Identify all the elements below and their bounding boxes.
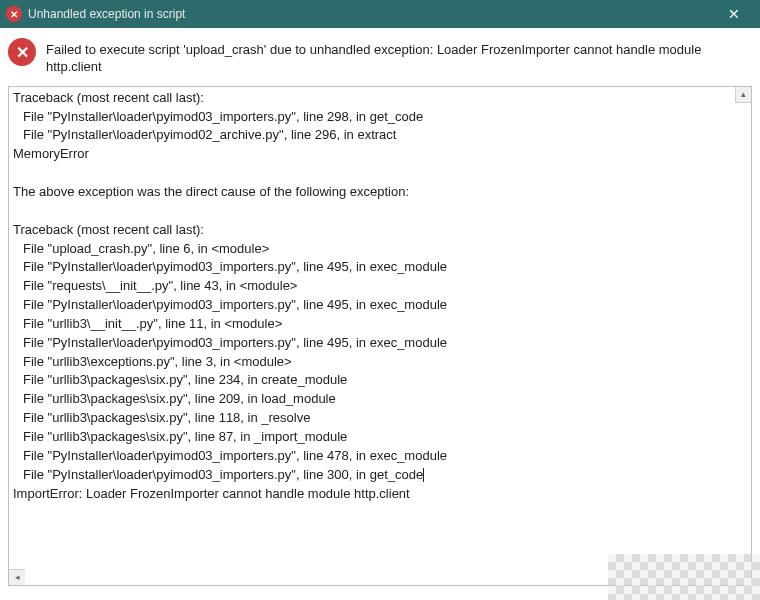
- traceback-line: File "PyInstaller\loader\pyimod03_import…: [13, 334, 747, 353]
- traceback-line: File "urllib3\__init__.py", line 11, in …: [13, 315, 747, 334]
- traceback-line: File "PyInstaller\loader\pyimod03_import…: [13, 258, 747, 277]
- traceback-line: Traceback (most recent call last):: [13, 221, 747, 240]
- titlebar: Unhandled exception in script ✕: [0, 0, 760, 28]
- scroll-up-button[interactable]: ▴: [735, 87, 751, 103]
- traceback-container: Traceback (most recent call last):File "…: [8, 86, 752, 586]
- transparency-checker: [608, 554, 760, 600]
- traceback-line: The above exception was the direct cause…: [13, 183, 747, 202]
- traceback-line: File "urllib3\exceptions.py", line 3, in…: [13, 353, 747, 372]
- close-button[interactable]: ✕: [714, 0, 754, 28]
- traceback-line: File "upload_crash.py", line 6, in <modu…: [13, 240, 747, 259]
- window-title: Unhandled exception in script: [28, 7, 714, 21]
- error-icon-large: [8, 38, 36, 66]
- message-area: Failed to execute script 'upload_crash' …: [0, 28, 760, 82]
- error-message: Failed to execute script 'upload_crash' …: [46, 38, 752, 76]
- traceback-line: File "urllib3\packages\six.py", line 234…: [13, 371, 747, 390]
- text-caret: [423, 468, 424, 482]
- traceback-line: File "urllib3\packages\six.py", line 209…: [13, 390, 747, 409]
- traceback-line: File "PyInstaller\loader\pyimod03_import…: [13, 447, 747, 466]
- traceback-line: ImportError: Loader FrozenImporter canno…: [13, 485, 747, 504]
- traceback-line: Traceback (most recent call last):: [13, 89, 747, 108]
- scroll-left-button[interactable]: ◂: [9, 569, 25, 585]
- traceback-line: File "PyInstaller\loader\pyimod03_import…: [13, 466, 747, 485]
- traceback-line: [13, 164, 747, 183]
- traceback-line: File "urllib3\packages\six.py", line 118…: [13, 409, 747, 428]
- traceback-line: File "requests\__init__.py", line 43, in…: [13, 277, 747, 296]
- traceback-line: File "PyInstaller\loader\pyimod03_import…: [13, 108, 747, 127]
- traceback-text[interactable]: Traceback (most recent call last):File "…: [9, 87, 751, 585]
- traceback-line: MemoryError: [13, 145, 747, 164]
- traceback-line: File "urllib3\packages\six.py", line 87,…: [13, 428, 747, 447]
- error-icon: [6, 6, 22, 22]
- traceback-line: [13, 202, 747, 221]
- traceback-line: File "PyInstaller\loader\pyimod02_archiv…: [13, 126, 747, 145]
- traceback-line: File "PyInstaller\loader\pyimod03_import…: [13, 296, 747, 315]
